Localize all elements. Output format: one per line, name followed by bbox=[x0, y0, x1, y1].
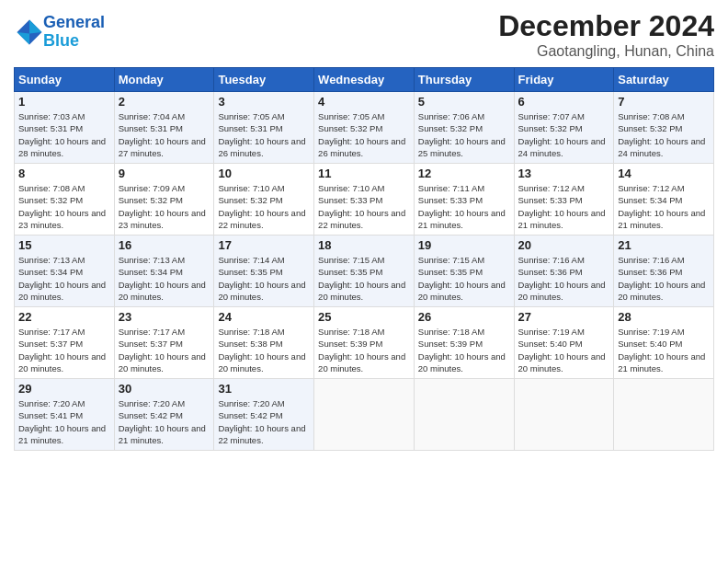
calendar-day-cell: 25 Sunrise: 7:18 AM Sunset: 5:39 PM Dayl… bbox=[314, 307, 415, 379]
day-number: 8 bbox=[18, 167, 110, 180]
day-info: Sunrise: 7:04 AM Sunset: 5:31 PM Dayligh… bbox=[119, 110, 210, 159]
day-info: Sunrise: 7:05 AM Sunset: 5:32 PM Dayligh… bbox=[318, 110, 410, 159]
calendar-day-cell: 27 Sunrise: 7:19 AM Sunset: 5:40 PM Dayl… bbox=[514, 307, 614, 379]
calendar-day-cell: 28 Sunrise: 7:19 AM Sunset: 5:40 PM Dayl… bbox=[614, 307, 714, 379]
day-number: 17 bbox=[218, 238, 310, 252]
day-info: Sunrise: 7:18 AM Sunset: 5:38 PM Dayligh… bbox=[218, 326, 310, 374]
calendar-day-cell: 11 Sunrise: 7:10 AM Sunset: 5:33 PM Dayl… bbox=[314, 164, 415, 236]
calendar-day-cell: 13 Sunrise: 7:12 AM Sunset: 5:33 PM Dayl… bbox=[514, 164, 614, 236]
main-container: General Blue December 2024 Gaotangling, … bbox=[0, 0, 728, 460]
day-info: Sunrise: 7:08 AM Sunset: 5:32 PM Dayligh… bbox=[18, 182, 110, 231]
day-number: 28 bbox=[618, 310, 710, 324]
day-info: Sunrise: 7:08 AM Sunset: 5:32 PM Dayligh… bbox=[618, 110, 710, 159]
day-number: 4 bbox=[318, 95, 410, 109]
day-number: 24 bbox=[218, 310, 310, 324]
calendar-day-cell: 1 Sunrise: 7:03 AM Sunset: 5:31 PM Dayli… bbox=[15, 92, 115, 164]
calendar-day-cell: 6 Sunrise: 7:07 AM Sunset: 5:32 PM Dayli… bbox=[514, 92, 614, 164]
day-number: 16 bbox=[119, 238, 210, 252]
location: Gaotangling, Hunan, China bbox=[498, 43, 714, 60]
day-info: Sunrise: 7:10 AM Sunset: 5:32 PM Dayligh… bbox=[218, 182, 310, 231]
day-info: Sunrise: 7:16 AM Sunset: 5:36 PM Dayligh… bbox=[618, 254, 710, 303]
calendar-week-row: 8 Sunrise: 7:08 AM Sunset: 5:32 PM Dayli… bbox=[15, 164, 714, 236]
day-info: Sunrise: 7:20 AM Sunset: 5:41 PM Dayligh… bbox=[18, 397, 110, 446]
day-info: Sunrise: 7:13 AM Sunset: 5:34 PM Dayligh… bbox=[18, 254, 110, 303]
header-monday: Monday bbox=[114, 68, 214, 92]
day-number: 21 bbox=[618, 238, 710, 252]
day-info: Sunrise: 7:11 AM Sunset: 5:33 PM Dayligh… bbox=[418, 182, 510, 231]
day-number: 22 bbox=[18, 310, 110, 324]
calendar-day-cell: 29 Sunrise: 7:20 AM Sunset: 5:41 PM Dayl… bbox=[15, 379, 115, 451]
day-info: Sunrise: 7:16 AM Sunset: 5:36 PM Dayligh… bbox=[518, 254, 610, 303]
calendar-day-cell: 20 Sunrise: 7:16 AM Sunset: 5:36 PM Dayl… bbox=[514, 236, 614, 307]
day-info: Sunrise: 7:07 AM Sunset: 5:32 PM Dayligh… bbox=[518, 110, 610, 159]
day-number: 18 bbox=[318, 238, 410, 252]
calendar-table: Sunday Monday Tuesday Wednesday Thursday… bbox=[14, 67, 714, 451]
calendar-day-cell: 24 Sunrise: 7:18 AM Sunset: 5:38 PM Dayl… bbox=[214, 307, 314, 379]
calendar-day-cell: 23 Sunrise: 7:17 AM Sunset: 5:37 PM Dayl… bbox=[114, 307, 214, 379]
day-number: 3 bbox=[218, 95, 310, 109]
day-number: 11 bbox=[318, 167, 410, 180]
day-number: 2 bbox=[119, 95, 210, 109]
header: General Blue December 2024 Gaotangling, … bbox=[14, 9, 714, 60]
day-info: Sunrise: 7:17 AM Sunset: 5:37 PM Dayligh… bbox=[18, 326, 110, 374]
calendar-day-cell: 10 Sunrise: 7:10 AM Sunset: 5:32 PM Dayl… bbox=[214, 164, 314, 236]
day-number: 14 bbox=[618, 167, 710, 180]
day-number: 29 bbox=[18, 382, 110, 396]
day-info: Sunrise: 7:05 AM Sunset: 5:31 PM Dayligh… bbox=[218, 110, 310, 159]
header-wednesday: Wednesday bbox=[314, 68, 415, 92]
day-number: 1 bbox=[18, 95, 110, 109]
calendar-week-row: 15 Sunrise: 7:13 AM Sunset: 5:34 PM Dayl… bbox=[15, 236, 714, 307]
calendar-day-cell: 16 Sunrise: 7:13 AM Sunset: 5:34 PM Dayl… bbox=[114, 236, 214, 307]
day-info: Sunrise: 7:09 AM Sunset: 5:32 PM Dayligh… bbox=[119, 182, 210, 231]
calendar-day-cell: 22 Sunrise: 7:17 AM Sunset: 5:37 PM Dayl… bbox=[15, 307, 115, 379]
day-info: Sunrise: 7:15 AM Sunset: 5:35 PM Dayligh… bbox=[418, 254, 510, 303]
day-number: 12 bbox=[418, 167, 510, 180]
day-number: 27 bbox=[518, 310, 610, 324]
day-number: 15 bbox=[18, 238, 110, 252]
header-sunday: Sunday bbox=[15, 68, 115, 92]
logo: General Blue bbox=[14, 14, 105, 51]
calendar-day-cell bbox=[314, 379, 415, 451]
title-area: December 2024 Gaotangling, Hunan, China bbox=[498, 9, 714, 60]
day-number: 20 bbox=[518, 238, 610, 252]
day-number: 25 bbox=[318, 310, 410, 324]
day-info: Sunrise: 7:06 AM Sunset: 5:32 PM Dayligh… bbox=[418, 110, 510, 159]
day-number: 6 bbox=[518, 95, 610, 109]
header-tuesday: Tuesday bbox=[214, 68, 314, 92]
calendar-body: 1 Sunrise: 7:03 AM Sunset: 5:31 PM Dayli… bbox=[15, 92, 714, 451]
calendar-day-cell: 14 Sunrise: 7:12 AM Sunset: 5:34 PM Dayl… bbox=[614, 164, 714, 236]
calendar-day-cell: 19 Sunrise: 7:15 AM Sunset: 5:35 PM Dayl… bbox=[414, 236, 514, 307]
day-number: 7 bbox=[618, 95, 710, 109]
day-info: Sunrise: 7:17 AM Sunset: 5:37 PM Dayligh… bbox=[119, 326, 210, 374]
day-info: Sunrise: 7:19 AM Sunset: 5:40 PM Dayligh… bbox=[518, 326, 610, 374]
day-number: 9 bbox=[119, 167, 210, 180]
day-info: Sunrise: 7:14 AM Sunset: 5:35 PM Dayligh… bbox=[218, 254, 310, 303]
calendar-day-cell: 21 Sunrise: 7:16 AM Sunset: 5:36 PM Dayl… bbox=[614, 236, 714, 307]
calendar-day-cell: 17 Sunrise: 7:14 AM Sunset: 5:35 PM Dayl… bbox=[214, 236, 314, 307]
day-number: 10 bbox=[218, 167, 310, 180]
calendar-day-cell bbox=[514, 379, 614, 451]
calendar-day-cell: 2 Sunrise: 7:04 AM Sunset: 5:31 PM Dayli… bbox=[114, 92, 214, 164]
day-info: Sunrise: 7:12 AM Sunset: 5:33 PM Dayligh… bbox=[518, 182, 610, 231]
day-number: 23 bbox=[119, 310, 210, 324]
day-number: 30 bbox=[119, 382, 210, 396]
calendar-day-cell: 31 Sunrise: 7:20 AM Sunset: 5:42 PM Dayl… bbox=[214, 379, 314, 451]
day-info: Sunrise: 7:20 AM Sunset: 5:42 PM Dayligh… bbox=[119, 397, 210, 446]
day-info: Sunrise: 7:15 AM Sunset: 5:35 PM Dayligh… bbox=[318, 254, 410, 303]
calendar-header-row: Sunday Monday Tuesday Wednesday Thursday… bbox=[15, 68, 714, 92]
calendar-week-row: 29 Sunrise: 7:20 AM Sunset: 5:41 PM Dayl… bbox=[15, 379, 714, 451]
logo-text: General Blue bbox=[43, 14, 105, 51]
day-number: 31 bbox=[218, 382, 310, 396]
day-number: 26 bbox=[418, 310, 510, 324]
calendar-week-row: 22 Sunrise: 7:17 AM Sunset: 5:37 PM Dayl… bbox=[15, 307, 714, 379]
logo-icon bbox=[16, 18, 43, 46]
header-saturday: Saturday bbox=[614, 68, 714, 92]
day-info: Sunrise: 7:19 AM Sunset: 5:40 PM Dayligh… bbox=[618, 326, 710, 374]
calendar-day-cell: 4 Sunrise: 7:05 AM Sunset: 5:32 PM Dayli… bbox=[314, 92, 415, 164]
calendar-day-cell bbox=[614, 379, 714, 451]
day-info: Sunrise: 7:12 AM Sunset: 5:34 PM Dayligh… bbox=[618, 182, 710, 231]
calendar-day-cell: 18 Sunrise: 7:15 AM Sunset: 5:35 PM Dayl… bbox=[314, 236, 415, 307]
calendar-day-cell: 3 Sunrise: 7:05 AM Sunset: 5:31 PM Dayli… bbox=[214, 92, 314, 164]
day-number: 5 bbox=[418, 95, 510, 109]
day-info: Sunrise: 7:18 AM Sunset: 5:39 PM Dayligh… bbox=[318, 326, 410, 374]
